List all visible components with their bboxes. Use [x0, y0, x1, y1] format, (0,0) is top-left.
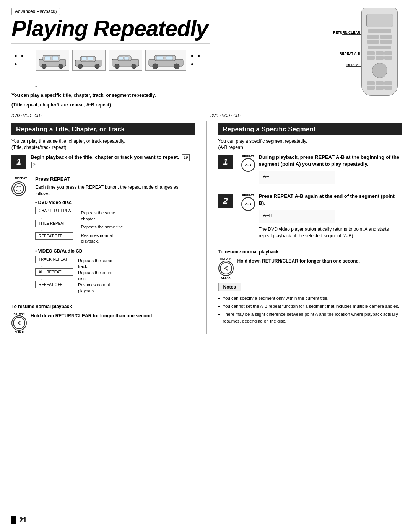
left-compat-badges: DVD › VCD › CD › [11, 114, 203, 118]
left-column: Repeating a Title, Chapter, or Track You… [11, 121, 195, 334]
title-repeat-box: TITLE REPEAT [35, 220, 73, 227]
right-step-1-title: During playback, press REPEAT A-B at the… [259, 154, 402, 168]
notes-section: Notes You can specify a segment only wit… [218, 283, 402, 325]
vcd-badge-right: VCD [222, 114, 230, 118]
notes-header-row: Notes [218, 283, 402, 294]
chapter-repeat-box: CHAPTER REPEAT [35, 207, 76, 214]
right-step-2-content: Press REPEAT A-B again at the end of the… [259, 193, 402, 239]
caption-line2: (Title repeat, chapter/track repeat, A-B… [11, 102, 294, 108]
return-btn-right: RETURN CLEAR [218, 258, 234, 279]
svg-point-25 [13, 317, 25, 329]
all-repeat-box: ALL REPEAT [35, 268, 73, 276]
svg-rect-22 [156, 56, 163, 60]
svg-rect-5 [52, 56, 58, 60]
svg-rect-23 [166, 56, 173, 60]
center-divider [206, 121, 207, 334]
remote-body [361, 8, 398, 96]
ab-circle-1: A-B [241, 158, 255, 172]
vcd-desc-2: Repeats the entiredisc. [78, 270, 112, 282]
return-clear-line [342, 34, 361, 35]
car-image-2 [72, 50, 106, 71]
dvd-arrow-2: ↓ [41, 227, 43, 232]
vcd-arrow-2: ↓ [41, 276, 43, 281]
car-image-1 [36, 50, 69, 71]
page-number-text: 21 [19, 516, 27, 524]
right-step-2-desc: The DVD video player automatically retur… [259, 226, 402, 239]
right-column: Repeating a Specific Segment You can pla… [218, 121, 402, 334]
vcd-desc-col: Repeats the sametrack. Repeats the entir… [78, 256, 112, 294]
page-title: Playing Repeatedly [11, 17, 294, 39]
page-number-area: 21 [11, 516, 27, 524]
svg-point-15 [132, 64, 136, 69]
remote-illustration: RETURN/CLEAR REPEAT A-B REPEAT [302, 8, 402, 100]
page-number-rect [11, 516, 16, 524]
svg-rect-10 [82, 57, 87, 60]
return-bottom-label-right: CLEAR [221, 276, 230, 279]
svg-rect-17 [124, 57, 129, 60]
left-section-title: Repeating a Title, Chapter, or Track [11, 123, 195, 135]
right-section-title: Repeating a Specific Segment [218, 123, 402, 135]
right-step-1-content: During playback, press REPEAT A-B at the… [259, 154, 402, 187]
svg-point-14 [115, 64, 119, 69]
left-step-2: REPEAT Press REPEAT. Each time you press… [11, 176, 195, 294]
badge-19: 19 [182, 154, 190, 161]
dots-left: • • • [15, 52, 31, 69]
vcd-arrow-1: ↓ [41, 263, 43, 268]
main-content: Repeating a Title, Chapter, or Track You… [11, 121, 402, 334]
svg-point-8 [78, 64, 83, 69]
note-item-1: You can specify a segment only within th… [218, 295, 402, 302]
car-image-4 [145, 50, 186, 71]
notes-divider [244, 288, 402, 288]
resume-title-left: To resume normal playback [11, 304, 195, 309]
step-2-desc: Each time you press the REPEAT button, t… [35, 184, 195, 197]
step-number-1-left: 1 [11, 155, 26, 169]
repeat-off-box-dvd: REPEAT OFF [35, 232, 73, 240]
note-item-3: There may be a slight difference between… [218, 311, 402, 325]
resume-desc-right: Hold down RETURN/CLEAR for longer than o… [237, 258, 360, 264]
step-1-content: Begin playback of the title, chapter or … [31, 154, 195, 170]
car-image-3 [109, 50, 142, 71]
note-item-2: You cannot set the A-B repeat function f… [218, 303, 402, 310]
repeat-label-step2: REPEAT [15, 176, 27, 180]
vcd-section-title: • VIDEO CD/Audio CD [35, 248, 195, 254]
repeat-button-icon [11, 181, 26, 196]
breadcrumb: Advanced Playback ) [11, 8, 60, 15]
step-2-content: Press REPEAT. Each time you press the RE… [35, 176, 195, 294]
left-intro: You can play the same title, chapter, or… [11, 139, 195, 144]
return-bottom-label-left: CLEAR [15, 331, 24, 334]
right-step-1: 1 REPEAT A-B During playback, press REPE… [218, 154, 402, 187]
svg-rect-11 [88, 57, 93, 60]
left-intro2: (Title, chapter/track repeat) [11, 145, 195, 150]
svg-point-2 [42, 64, 46, 69]
dvd-arrow-1: ↓ [41, 215, 43, 219]
right-step-2-title: Press REPEAT A-B again at the end of the… [259, 193, 402, 207]
notes-header-label: Notes [218, 283, 241, 291]
resume-content-left: RETURN CLEAR Hold down RETURN/CLEAR for … [11, 312, 195, 334]
step-1-title: Begin playback of the title, chapter or … [31, 154, 195, 168]
display-a-minus: A– [259, 171, 335, 184]
ab-circle-2: A-B [241, 197, 255, 211]
right-compat-area: DVD › VCD › CD › [210, 114, 402, 119]
right-intro2: (A-B repeat) [218, 145, 402, 150]
notes-list: You can specify a segment only within th… [218, 295, 402, 325]
vcd-desc-1: Repeats the sametrack. [78, 258, 112, 270]
car-illustration-row: • • • [11, 43, 210, 77]
arrow-indicator: ↓ [34, 81, 294, 89]
dvd-mode-section: • DVD video disc CHAPTER REPEAT ↓ TITLE … [35, 200, 195, 245]
caption-line1: You can play a specific title, chapter, … [11, 92, 294, 99]
dvd-badge-right: DVD [210, 114, 218, 118]
svg-rect-16 [119, 57, 123, 60]
vcd-mode-section: • VIDEO CD/Audio CD TRACK REPEAT ↓ ALL R… [35, 248, 195, 294]
repeat-line [346, 66, 361, 67]
repeat-ab-line [346, 55, 361, 55]
car-svg-4 [147, 52, 185, 69]
breadcrumb-arrow: ) [55, 9, 57, 14]
cd-badge-left: CD [34, 114, 40, 118]
cd-badge-right: CD [233, 114, 239, 118]
svg-point-3 [59, 64, 63, 69]
return-btn-left: RETURN CLEAR [11, 312, 27, 334]
left-step-1: 1 Begin playback of the title, chapter o… [11, 154, 195, 170]
vcd-mode-chain: TRACK REPEAT ↓ ALL REPEAT ↓ REPEAT OFF [35, 256, 73, 288]
step-number-2-right: 2 [218, 194, 233, 208]
repeat-off-box-vcd: REPEAT OFF [35, 281, 73, 288]
